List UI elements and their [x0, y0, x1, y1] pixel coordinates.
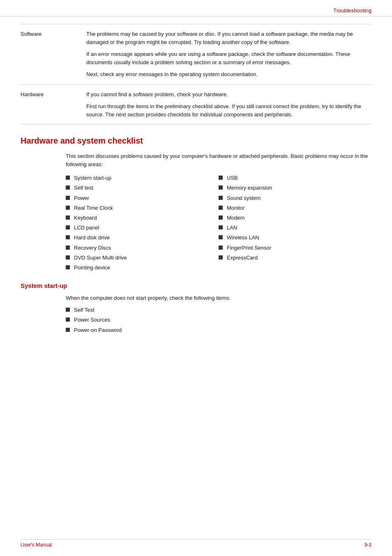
- bullet-icon: [219, 246, 223, 250]
- list-item-label: FingerPrint Sensor: [227, 244, 271, 252]
- list-item: Recovery Discs: [66, 244, 219, 252]
- list-item: Memory expansion: [219, 184, 371, 192]
- system-startup-heading: System start-up: [21, 282, 371, 289]
- bullet-icon: [219, 206, 223, 210]
- list-item-label: Keyboard: [74, 214, 97, 222]
- hardware-checklist-intro: This section discusses problems caused b…: [21, 152, 371, 169]
- table-wrapper: Software The problems may be caused by y…: [21, 24, 371, 125]
- bullet-icon: [66, 255, 70, 259]
- bullet-icon: [219, 255, 223, 259]
- footer-right: 9-3: [364, 542, 371, 548]
- list-item-label: DVD Super Multi drive: [74, 254, 127, 262]
- bullet-icon: [219, 176, 223, 180]
- list-item-label: Power-on Password: [74, 327, 122, 334]
- list-item: Hard disk drive: [66, 234, 219, 241]
- list-item: Self Test: [66, 306, 371, 314]
- row-label-hardware: Hardware: [21, 90, 86, 119]
- list-item-label: Wireless LAN: [227, 234, 259, 241]
- hardware-para-2: First run through the items in the preli…: [86, 102, 371, 118]
- list-item-label: Power Sources: [74, 316, 110, 324]
- troubleshooting-label: Troubleshooting: [21, 7, 371, 16]
- software-para-2: If an error message appears while you ar…: [86, 50, 371, 66]
- list-item-label: LAN: [227, 224, 237, 232]
- list-item: Sound system: [219, 195, 371, 202]
- bullet-icon: [66, 215, 70, 220]
- bullet-icon: [66, 235, 70, 239]
- list-item: LCD panel: [66, 224, 219, 232]
- table-section: Software The problems may be caused by y…: [0, 16, 392, 125]
- bullet-icon: [66, 265, 70, 269]
- footer-left: User's Manual: [21, 542, 52, 548]
- list-item-label: Memory expansion: [227, 184, 272, 192]
- software-para-3: Next, check any error messages in the op…: [86, 70, 371, 79]
- list-item: DVD Super Multi drive: [66, 254, 219, 262]
- list-item-label: LCD panel: [74, 224, 99, 232]
- bullet-icon: [219, 196, 223, 200]
- list-item: Self test: [66, 184, 219, 192]
- list-item: LAN: [219, 224, 371, 232]
- list-item: Wireless LAN: [219, 234, 371, 241]
- hardware-para-1: If you cannot find a software problem, c…: [86, 90, 371, 99]
- list-item-label: Modem: [227, 214, 244, 222]
- bullet-icon: [66, 196, 70, 200]
- hardware-checklist-list: System start-up Self test Power Real Tim…: [21, 174, 371, 274]
- bullet-icon: [66, 246, 70, 250]
- list-col-1: System start-up Self test Power Real Tim…: [66, 174, 219, 274]
- list-item-label: Sound system: [227, 195, 261, 202]
- list-item-label: Hard disk drive: [74, 234, 110, 241]
- list-item: USB: [219, 174, 371, 182]
- software-para-1: The problems may be caused by your softw…: [86, 30, 371, 46]
- list-item: FingerPrint Sensor: [219, 244, 371, 252]
- list-item-label: System start-up: [74, 174, 111, 182]
- list-item: Power-on Password: [66, 327, 371, 334]
- bullet-icon: [66, 328, 70, 332]
- bullet-icon: [66, 308, 70, 312]
- bullet-icon: [219, 185, 223, 190]
- table-row: Software The problems may be caused by y…: [21, 24, 371, 85]
- list-item-label: Pointing device: [74, 264, 110, 271]
- list-item: Modem: [219, 214, 371, 222]
- hardware-checklist-heading: Hardware and system checklist: [21, 136, 371, 146]
- list-item: Keyboard: [66, 214, 219, 222]
- list-item: Real Time Clock: [66, 204, 219, 212]
- list-item-label: Self test: [74, 184, 93, 192]
- list-item-label: Recovery Discs: [74, 244, 111, 252]
- bullet-icon: [219, 235, 223, 239]
- bullet-icon: [66, 317, 70, 322]
- list-item-label: ExpressCard: [227, 254, 258, 262]
- bullet-icon: [219, 225, 223, 229]
- bullet-icon: [66, 185, 70, 190]
- bullet-icon: [66, 225, 70, 229]
- system-startup-intro: When the computer does not start properl…: [21, 294, 371, 302]
- list-item-label: Real Time Clock: [74, 204, 113, 212]
- main-content: Hardware and system checklist This secti…: [0, 136, 392, 334]
- list-item-label: USB: [227, 174, 238, 182]
- list-item: ExpressCard: [219, 254, 371, 262]
- page-container: Troubleshooting Software The problems ma…: [0, 0, 392, 556]
- table-row-hardware: Hardware If you cannot find a software p…: [21, 85, 371, 125]
- header-section: Troubleshooting: [0, 0, 392, 16]
- list-item: Power: [66, 195, 219, 202]
- system-startup-list: Self Test Power Sources Power-on Passwor…: [21, 306, 371, 334]
- list-item: Pointing device: [66, 264, 219, 271]
- page-footer: User's Manual 9-3: [21, 539, 371, 548]
- bullet-icon: [66, 176, 70, 180]
- row-label-software: Software: [21, 30, 86, 79]
- list-item-label: Self Test: [74, 306, 95, 314]
- list-item-label: Monitor: [227, 204, 244, 212]
- bullet-icon: [219, 215, 223, 220]
- bullet-icon: [66, 206, 70, 210]
- list-item: Power Sources: [66, 316, 371, 324]
- list-item: System start-up: [66, 174, 219, 182]
- list-item: Monitor: [219, 204, 371, 212]
- list-item-label: Power: [74, 195, 89, 202]
- list-col-2: USB Memory expansion Sound system Monito…: [219, 174, 371, 274]
- row-content-hardware: If you cannot find a software problem, c…: [86, 90, 371, 119]
- row-content-software: The problems may be caused by your softw…: [86, 30, 371, 79]
